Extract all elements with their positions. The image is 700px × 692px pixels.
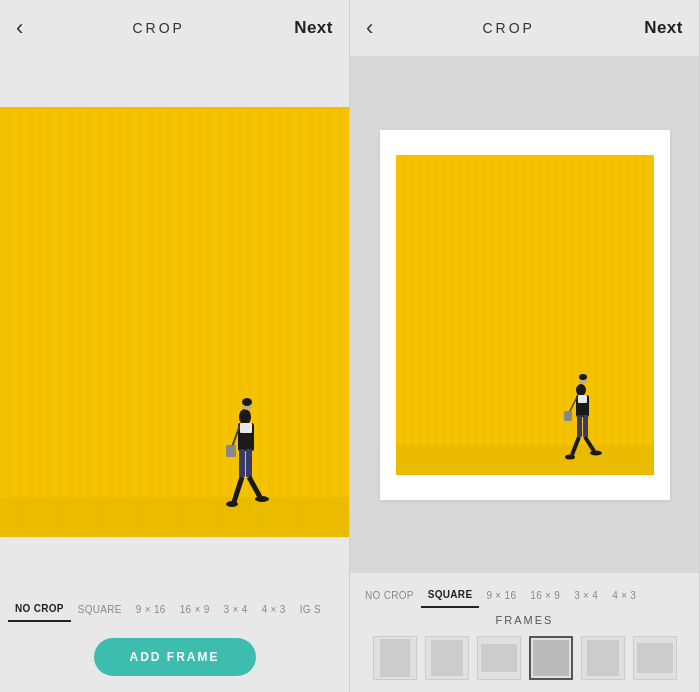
- right-crop-title: CROP: [483, 20, 535, 36]
- svg-rect-87: [564, 411, 572, 421]
- right-back-button[interactable]: ‹: [366, 17, 373, 39]
- left-crop-option-ig[interactable]: IG S: [293, 598, 328, 621]
- frames-section: FRAMES: [350, 608, 699, 684]
- frames-label: FRAMES: [358, 614, 691, 626]
- right-photo-svg: [396, 155, 654, 475]
- photo-frame: [380, 130, 670, 500]
- right-crop-option-4x3[interactable]: 4 × 3: [605, 584, 643, 607]
- left-panel: ‹ CROP Next: [0, 0, 350, 692]
- frame-thumb-4-inner: [533, 640, 569, 676]
- svg-rect-81: [396, 445, 654, 475]
- svg-point-38: [242, 398, 252, 406]
- right-image-area: [350, 56, 699, 573]
- frame-thumb-4[interactable]: [529, 636, 573, 680]
- svg-point-46: [226, 501, 238, 507]
- left-back-button[interactable]: ‹: [16, 17, 23, 39]
- left-crop-title: CROP: [133, 20, 185, 36]
- left-crop-option-4x3[interactable]: 4 × 3: [255, 598, 293, 621]
- left-crop-option-no-crop[interactable]: NO CROP: [8, 597, 71, 622]
- right-crop-option-no-crop[interactable]: NO CROP: [358, 584, 421, 607]
- left-header: ‹ CROP Next: [0, 0, 349, 56]
- svg-rect-42: [239, 449, 245, 477]
- frames-list: [358, 636, 691, 680]
- right-bottom-bar: NO CROP SQUARE 9 × 16 16 × 9 3 × 4 4 × 3…: [350, 573, 699, 692]
- svg-point-92: [565, 454, 575, 459]
- left-image-area: [0, 56, 349, 587]
- frame-thumb-3[interactable]: [477, 636, 521, 680]
- frame-thumb-2[interactable]: [425, 636, 469, 680]
- frame-thumb-2-inner: [431, 640, 463, 676]
- left-next-button[interactable]: Next: [294, 18, 333, 38]
- left-crop-option-9x16[interactable]: 9 × 16: [129, 598, 173, 621]
- frame-thumb-1[interactable]: [373, 636, 417, 680]
- frame-thumb-6-inner: [637, 643, 673, 673]
- svg-point-47: [255, 496, 269, 502]
- svg-rect-43: [246, 449, 252, 477]
- frame-thumb-1-inner: [380, 639, 410, 677]
- right-crop-option-16x9[interactable]: 16 × 9: [523, 584, 567, 607]
- left-crop-option-16x9[interactable]: 16 × 9: [173, 598, 217, 621]
- svg-point-93: [590, 450, 602, 455]
- svg-point-36: [239, 409, 251, 425]
- right-panel: ‹ CROP Next: [350, 0, 700, 692]
- left-photo: [0, 107, 349, 537]
- svg-rect-88: [577, 415, 582, 437]
- right-crop-option-square[interactable]: SQUARE: [421, 583, 480, 608]
- svg-rect-94: [578, 395, 587, 403]
- left-add-frame-area: ADD FRAME: [0, 622, 349, 684]
- frame-thumb-5-inner: [587, 640, 619, 676]
- right-next-button[interactable]: Next: [644, 18, 683, 38]
- left-crop-option-3x4[interactable]: 3 × 4: [217, 598, 255, 621]
- right-photo: [396, 155, 654, 475]
- add-frame-button[interactable]: ADD FRAME: [94, 638, 256, 676]
- left-bottom-bar: NO CROP SQUARE 9 × 16 16 × 9 3 × 4 4 × 3…: [0, 587, 349, 692]
- right-crop-options: NO CROP SQUARE 9 × 16 16 × 9 3 × 4 4 × 3: [350, 583, 699, 608]
- svg-rect-48: [240, 423, 252, 433]
- left-photo-svg: [0, 107, 349, 537]
- svg-rect-49: [396, 155, 654, 475]
- frame-thumb-6[interactable]: [633, 636, 677, 680]
- frame-thumb-5[interactable]: [581, 636, 625, 680]
- svg-rect-89: [583, 415, 588, 437]
- right-header: ‹ CROP Next: [350, 0, 699, 56]
- svg-point-84: [579, 374, 587, 380]
- svg-rect-0: [0, 107, 349, 537]
- right-crop-option-3x4[interactable]: 3 × 4: [567, 584, 605, 607]
- left-crop-option-square[interactable]: SQUARE: [71, 598, 129, 621]
- svg-rect-35: [0, 497, 349, 537]
- frame-thumb-3-inner: [481, 644, 517, 672]
- svg-point-82: [576, 384, 586, 396]
- svg-rect-41: [226, 445, 236, 457]
- left-crop-options: NO CROP SQUARE 9 × 16 16 × 9 3 × 4 4 × 3…: [0, 597, 349, 622]
- right-crop-option-9x16[interactable]: 9 × 16: [479, 584, 523, 607]
